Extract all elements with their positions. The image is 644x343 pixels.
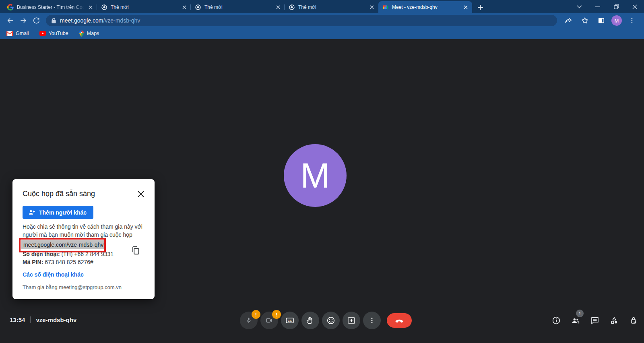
reload-icon[interactable] [30, 14, 43, 27]
url-host: meet.google.com [60, 17, 103, 24]
meeting-panels: 1 [551, 316, 638, 325]
tab-close-icon[interactable] [275, 4, 281, 10]
meeting-ready-dialog: Cuộc họp đã sẵn sàng Thêm người khác Hoặ… [12, 179, 155, 299]
person-add-icon [28, 209, 35, 216]
pin-label: Mã PIN: [23, 259, 43, 265]
tab-strip: Business Starter - Tìm trên Googl Thẻ mớ… [0, 0, 644, 13]
pin-value: 673 848 825 6276# [43, 259, 93, 265]
reactions-button[interactable] [322, 312, 340, 329]
pin-line: Mã PIN: 673 848 825 6276# [23, 259, 93, 265]
back-icon[interactable] [4, 14, 17, 27]
forward-icon[interactable] [17, 14, 30, 27]
side-panel-icon[interactable] [595, 14, 608, 27]
toolbar-actions: M [562, 14, 640, 27]
mic-button[interactable]: ! [240, 312, 258, 329]
youtube-icon [39, 31, 46, 36]
add-people-button[interactable]: Thêm người khác [23, 206, 93, 219]
url-path: /vze-mdsb-qhv [103, 17, 140, 24]
clock-time: 13:54 [10, 316, 25, 323]
tab-meet-active[interactable]: Meet - vze-mdsb-qhv [378, 1, 472, 13]
captions-button[interactable]: CC [281, 312, 299, 329]
new-tab-button[interactable] [475, 2, 486, 13]
raise-hand-button[interactable] [301, 312, 319, 329]
meet-stage: M Cuộc họp đã sẵn sàng Thêm người khác H… [0, 39, 644, 343]
browser-menu-icon[interactable] [625, 14, 638, 27]
bookmark-star-icon[interactable] [578, 14, 591, 27]
profile-avatar[interactable]: M [611, 15, 622, 26]
call-controls: ! ! CC [240, 312, 412, 329]
dialog-close-icon[interactable] [136, 190, 145, 198]
meeting-info-group: 13:54 vze-mdsb-qhv [10, 316, 76, 323]
participants-count-badge: 1 [576, 310, 584, 317]
join-by-text: Tham gia bằng meeting@stpgroup.com.vn [23, 284, 122, 290]
camera-warning-badge: ! [272, 310, 281, 319]
participants-icon[interactable]: 1 [571, 316, 580, 325]
meeting-code: vze-mdsb-qhv [36, 316, 76, 323]
tab-new-2[interactable]: Thẻ mới [191, 1, 285, 13]
tab-close-icon[interactable] [462, 4, 469, 10]
gmail-icon [6, 31, 13, 36]
info-icon[interactable] [551, 316, 561, 325]
tab-business-starter[interactable]: Business Starter - Tìm trên Googl [3, 1, 97, 13]
copy-icon[interactable] [130, 245, 142, 256]
bookmark-label: YouTube [49, 31, 68, 36]
browser-toolbar: meet.google.com/vze-mdsb-qhv M [0, 13, 644, 28]
address-bar[interactable]: meet.google.com/vze-mdsb-qhv [46, 15, 557, 26]
tab-title: Thẻ mới [298, 4, 365, 10]
url-text[interactable]: meet.google.com/vze-mdsb-qhv [60, 17, 140, 24]
tab-close-icon[interactable] [87, 4, 94, 10]
chrome-logo-icon [101, 4, 107, 10]
chrome-logo-icon [289, 4, 295, 10]
activities-icon[interactable] [609, 316, 619, 325]
bookmark-label: Maps [87, 31, 99, 36]
chevron-down-icon[interactable] [570, 0, 588, 13]
tab-title: Meet - vze-mdsb-qhv [392, 4, 459, 10]
add-people-label: Thêm người khác [39, 209, 87, 216]
minimize-icon[interactable] [588, 0, 607, 13]
meet-logo-icon [382, 4, 389, 10]
lock-icon[interactable] [51, 18, 56, 24]
more-options-button[interactable] [363, 312, 381, 329]
chat-icon[interactable] [590, 316, 600, 325]
share-icon[interactable] [562, 14, 575, 27]
divider [30, 316, 31, 323]
end-call-button[interactable] [387, 313, 412, 328]
bookmark-label: Gmail [16, 31, 29, 36]
svg-text:CC: CC [288, 319, 292, 322]
tab-title: Thẻ mới [111, 4, 178, 10]
annotation-red-box [19, 238, 106, 252]
tab-title: Thẻ mới [204, 4, 272, 10]
bookmarks-bar: Gmail YouTube Maps [0, 28, 644, 39]
tab-new-1[interactable]: Thẻ mới [97, 1, 191, 13]
other-phone-numbers-link[interactable]: Các số điện thoại khác [23, 271, 84, 278]
bookmark-youtube[interactable]: YouTube [39, 31, 68, 36]
participant-avatar: M [284, 144, 347, 207]
tab-new-3[interactable]: Thẻ mới [285, 1, 378, 13]
tab-title: Business Starter - Tìm trên Googl [17, 4, 84, 10]
camera-button[interactable]: ! [260, 312, 278, 329]
present-screen-button[interactable] [343, 312, 360, 329]
mic-warning-badge: ! [252, 310, 260, 319]
tab-close-icon[interactable] [181, 4, 188, 10]
bookmark-maps[interactable]: Maps [79, 30, 99, 37]
share-info-text: Hoặc chia sẻ thông tin về cách tham gia … [23, 223, 146, 239]
maps-pin-icon [79, 30, 84, 37]
dialog-title: Cuộc họp đã sẵn sàng [23, 190, 95, 198]
bookmark-gmail[interactable]: Gmail [6, 31, 29, 36]
close-icon[interactable] [625, 0, 644, 13]
window-controls [570, 0, 644, 13]
google-logo-icon [7, 4, 14, 10]
restore-icon[interactable] [607, 0, 625, 13]
chrome-logo-icon [195, 4, 201, 10]
host-controls-lock-icon[interactable] [629, 316, 638, 325]
tab-close-icon[interactable] [369, 4, 375, 10]
